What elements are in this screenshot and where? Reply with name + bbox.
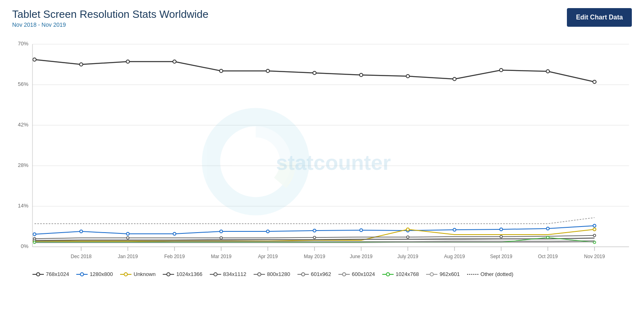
svg-text:Mar 2019: Mar 2019 xyxy=(211,254,232,259)
svg-point-66 xyxy=(593,225,596,227)
svg-text:Nov 2019: Nov 2019 xyxy=(584,254,605,259)
svg-point-46 xyxy=(266,69,269,73)
svg-point-48 xyxy=(360,73,363,77)
svg-point-71 xyxy=(127,237,129,239)
svg-text:0%: 0% xyxy=(21,243,28,249)
legend-line-icon xyxy=(382,272,394,277)
legend-line-icon xyxy=(210,272,221,277)
legend-item-1280x800: 1280x800 xyxy=(76,271,113,277)
svg-text:Feb 2019: Feb 2019 xyxy=(164,254,185,259)
svg-point-56 xyxy=(127,233,129,235)
chart-legend: 768x1024 1280x800 Unknown 1024x1366 xyxy=(12,271,632,277)
legend-item-834x1112: 834x1112 xyxy=(210,271,246,277)
svg-point-86 xyxy=(80,273,84,276)
svg-text:May 2019: May 2019 xyxy=(304,254,325,259)
svg-text:Dec 2018: Dec 2018 xyxy=(71,254,92,259)
legend-label: 834x1112 xyxy=(223,271,246,277)
svg-point-41 xyxy=(33,58,36,61)
svg-point-53 xyxy=(593,80,596,83)
svg-point-92 xyxy=(214,273,217,276)
legend-label: 1024x768 xyxy=(396,271,419,277)
svg-text:28%: 28% xyxy=(18,162,28,168)
legend-line-icon xyxy=(120,272,131,277)
svg-text:70%: 70% xyxy=(18,41,28,47)
legend-item-800x1280: 800x1280 xyxy=(254,271,290,277)
chart-title: Tablet Screen Resolution Stats Worldwide xyxy=(12,8,209,21)
svg-text:Jan 2019: Jan 2019 xyxy=(118,254,138,259)
legend-line-icon xyxy=(254,272,265,277)
svg-text:42%: 42% xyxy=(18,122,28,128)
svg-point-100 xyxy=(386,273,390,276)
svg-point-76 xyxy=(593,234,596,237)
svg-point-69 xyxy=(593,228,596,231)
legend-label: 600x1024 xyxy=(352,271,375,277)
legend-label: Unknown xyxy=(134,271,155,277)
svg-point-88 xyxy=(124,273,127,276)
legend-label: 800x1280 xyxy=(267,271,290,277)
svg-point-52 xyxy=(546,70,549,73)
svg-text:14%: 14% xyxy=(18,203,28,209)
svg-point-45 xyxy=(220,69,223,73)
svg-text:July 2019: July 2019 xyxy=(397,254,418,259)
svg-point-78 xyxy=(33,241,36,244)
legend-label: Other (dotted) xyxy=(480,271,513,277)
svg-point-43 xyxy=(126,60,129,63)
legend-label: 601x962 xyxy=(311,271,331,277)
legend-line-icon xyxy=(163,272,174,277)
svg-point-58 xyxy=(220,230,223,233)
svg-point-42 xyxy=(80,63,83,66)
svg-point-80 xyxy=(593,241,596,244)
legend-label: 1024x1366 xyxy=(176,271,202,277)
chart-area: 0% 14% 28% 42% 56% 70% Dec 2018 xyxy=(12,32,632,267)
legend-line-icon xyxy=(338,272,350,277)
svg-point-57 xyxy=(173,233,176,235)
svg-text:June 2019: June 2019 xyxy=(350,254,373,259)
legend-label: 768x1024 xyxy=(46,271,69,277)
svg-point-84 xyxy=(37,273,40,276)
chart-subtitle: Nov 2018 - Nov 2019 xyxy=(12,21,209,28)
legend-line-icon xyxy=(426,272,437,277)
legend-label: 962x601 xyxy=(439,271,460,277)
legend-item-1024x768: 1024x768 xyxy=(382,271,419,277)
legend-item-601x962: 601x962 xyxy=(297,271,331,277)
legend-item-1024x1366: 1024x1366 xyxy=(163,271,202,277)
legend-line-icon xyxy=(32,272,44,277)
svg-point-94 xyxy=(258,273,261,276)
svg-point-73 xyxy=(313,236,316,239)
legend-label: 1280x800 xyxy=(90,271,113,277)
legend-item-600x1024: 600x1024 xyxy=(338,271,375,277)
svg-point-72 xyxy=(220,237,222,239)
svg-point-74 xyxy=(407,236,409,238)
svg-point-55 xyxy=(80,230,83,233)
legend-item-768x1024: 768x1024 xyxy=(32,271,69,277)
svg-point-51 xyxy=(500,68,503,72)
svg-point-65 xyxy=(547,227,549,230)
svg-point-102 xyxy=(430,273,433,276)
main-container: Tablet Screen Resolution Stats Worldwide… xyxy=(0,0,644,325)
svg-point-64 xyxy=(500,228,503,231)
svg-text:56%: 56% xyxy=(18,81,28,87)
svg-point-50 xyxy=(453,77,456,81)
svg-point-63 xyxy=(453,229,456,231)
legend-line-icon xyxy=(297,272,309,277)
title-block: Tablet Screen Resolution Stats Worldwide… xyxy=(12,8,209,28)
svg-point-61 xyxy=(360,229,363,232)
svg-text:Aug 2019: Aug 2019 xyxy=(444,254,465,259)
legend-item-other: Other (dotted) xyxy=(467,271,513,277)
legend-dotted-line-icon xyxy=(467,272,478,277)
svg-rect-0 xyxy=(12,32,632,267)
chart-svg: 0% 14% 28% 42% 56% 70% Dec 2018 xyxy=(12,32,632,267)
svg-point-47 xyxy=(313,71,316,75)
svg-point-75 xyxy=(500,235,502,238)
legend-line-icon xyxy=(76,272,88,277)
svg-point-49 xyxy=(406,75,409,78)
svg-point-98 xyxy=(342,273,346,276)
svg-point-60 xyxy=(313,229,316,232)
legend-item-962x601: 962x601 xyxy=(426,271,460,277)
svg-text:Apr 2019: Apr 2019 xyxy=(258,254,278,259)
svg-point-59 xyxy=(267,230,269,233)
edit-chart-data-button[interactable]: Edit Chart Data xyxy=(567,8,632,27)
svg-text:Sept 2019: Sept 2019 xyxy=(490,254,513,259)
svg-point-79 xyxy=(547,236,549,239)
svg-point-44 xyxy=(173,60,176,63)
